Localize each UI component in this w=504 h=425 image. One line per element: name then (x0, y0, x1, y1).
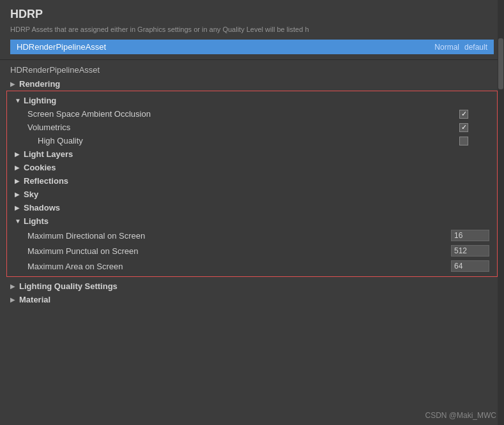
scrollbar-thumb[interactable] (498, 38, 503, 89)
volumetrics-checkbox[interactable] (459, 123, 468, 132)
max-directional-label: Maximum Directional on Screen (15, 231, 451, 241)
lighting-quality-label: Lighting Quality Settings (19, 281, 118, 291)
ssao-checkbox[interactable] (459, 110, 468, 119)
scrollbar[interactable] (498, 0, 504, 425)
lighting-header[interactable]: ▼ Lighting (7, 94, 497, 107)
light-layers-header[interactable]: ▶ Light Layers (7, 147, 497, 161)
max-punctual-label: Maximum Punctual on Screen (15, 246, 451, 256)
asset-label: HDRenderPipelineAsset (0, 60, 504, 77)
lighting-arrow: ▼ (15, 97, 24, 104)
shadows-header[interactable]: ▶ Shadows (7, 201, 497, 214)
lighting-quality-section[interactable]: ▶ Lighting Quality Settings (0, 280, 504, 293)
ssao-checkbox-wrap (438, 110, 489, 119)
asset-name: HDRenderPipelineAsset (17, 42, 434, 52)
ssao-label: Screen Space Ambient Occlusion (15, 109, 438, 119)
volumetrics-row: Volumetrics (7, 121, 497, 134)
watermark: CSDN @Maki_MWC (425, 411, 496, 420)
reflections-label: Reflections (24, 176, 68, 186)
asset-default-label: default (464, 43, 487, 52)
sky-header[interactable]: ▶ Sky (7, 188, 497, 201)
reflections-arrow: ▶ (15, 177, 24, 184)
cookies-arrow: ▶ (15, 164, 24, 171)
max-directional-input[interactable] (451, 230, 489, 241)
content-area: HDRenderPipelineAsset ▶ Rendering ▼ Ligh… (0, 60, 504, 306)
high-quality-label: High Quality (15, 136, 438, 145)
max-directional-row: Maximum Directional on Screen (7, 228, 497, 243)
material-label: Material (19, 295, 50, 304)
material-arrow: ▶ (10, 296, 19, 303)
max-punctual-input[interactable] (451, 245, 489, 257)
light-layers-arrow: ▶ (15, 151, 24, 158)
lighting-label: Lighting (24, 96, 56, 105)
volumetrics-label: Volumetrics (15, 123, 438, 132)
sky-label: Sky (24, 190, 38, 199)
rendering-section[interactable]: ▶ Rendering (0, 77, 504, 91)
high-quality-row: High Quality (7, 134, 497, 147)
high-quality-checkbox-wrap (438, 137, 489, 145)
max-area-row: Maximum Area on Screen (7, 258, 497, 274)
shadows-label: Shadows (24, 203, 60, 212)
high-quality-checkbox[interactable] (459, 137, 468, 145)
shadows-arrow: ▶ (15, 204, 24, 211)
header-area: HDRP HDRP Assets that are assigned eithe… (0, 0, 504, 60)
volumetrics-checkbox-wrap (438, 123, 489, 132)
asset-row[interactable]: HDRenderPipelineAsset Normal default (10, 40, 494, 54)
lights-label: Lights (24, 216, 49, 226)
lighting-quality-arrow: ▶ (10, 283, 19, 290)
max-area-label: Maximum Area on Screen (15, 262, 451, 271)
material-section[interactable]: ▶ Material (0, 293, 504, 306)
rendering-label: Rendering (19, 79, 60, 89)
lighting-section-box: ▼ Lighting Screen Space Ambient Occlusio… (6, 91, 498, 277)
lights-arrow: ▼ (15, 218, 24, 225)
rendering-arrow: ▶ (10, 80, 19, 87)
asset-tag: Normal (434, 43, 459, 52)
page-title: HDRP (10, 8, 494, 21)
max-area-input[interactable] (451, 260, 489, 272)
header-description: HDRP Assets that are assigned either in … (10, 25, 494, 34)
cookies-header[interactable]: ▶ Cookies (7, 161, 497, 174)
lights-header[interactable]: ▼ Lights (7, 214, 497, 228)
ssao-row: Screen Space Ambient Occlusion (7, 107, 497, 121)
cookies-label: Cookies (24, 163, 56, 172)
light-layers-label: Light Layers (24, 149, 73, 159)
reflections-header[interactable]: ▶ Reflections (7, 174, 497, 188)
sky-arrow: ▶ (15, 191, 24, 198)
max-punctual-row: Maximum Punctual on Screen (7, 243, 497, 258)
